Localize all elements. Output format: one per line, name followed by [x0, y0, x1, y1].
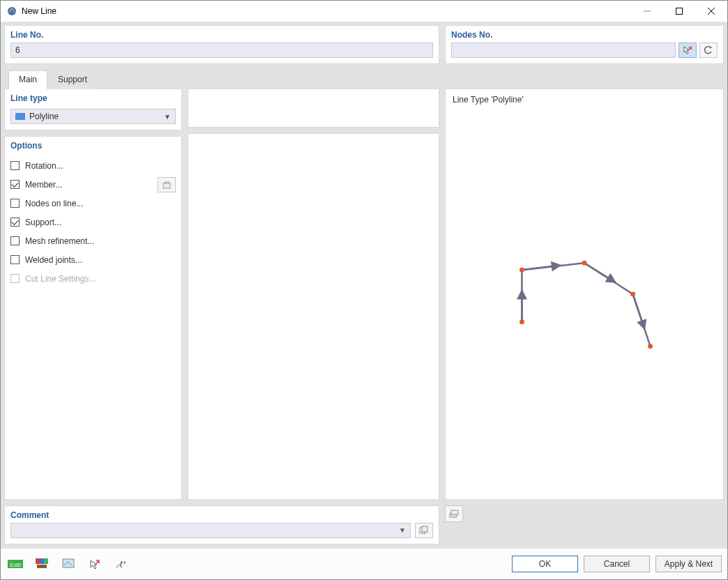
- window-title: New Line: [22, 6, 631, 16]
- option-rotation-[interactable]: Rotation...: [10, 156, 176, 175]
- svg-rect-27: [63, 559, 74, 567]
- comment-pick-button[interactable]: [415, 523, 433, 538]
- close-button[interactable]: [695, 1, 727, 22]
- option-support-[interactable]: Support...: [10, 213, 176, 231]
- checkbox[interactable]: [10, 180, 20, 189]
- checkbox: [10, 274, 20, 283]
- ok-button[interactable]: OK: [512, 556, 578, 572]
- option-nodes-on-line-[interactable]: Nodes on line...: [10, 194, 176, 213]
- svg-rect-18: [422, 526, 427, 532]
- member-edit-button[interactable]: [158, 177, 176, 192]
- svg-point-16: [648, 344, 653, 349]
- option-cut-line-settings-: Cut Line Settings...: [10, 269, 176, 288]
- svg-text:0,00: 0,00: [10, 562, 21, 568]
- nodes-no-label: Nodes No.: [451, 30, 718, 40]
- checkbox[interactable]: [10, 218, 20, 227]
- preview-settings-button[interactable]: [445, 505, 463, 522]
- maximize-button[interactable]: [663, 1, 695, 22]
- polyline-preview: [446, 89, 723, 499]
- svg-point-13: [520, 268, 524, 273]
- svg-point-12: [520, 319, 524, 324]
- comment-select[interactable]: ▼: [10, 523, 411, 538]
- option-mesh-refinement-[interactable]: Mesh refinement...: [10, 231, 176, 250]
- options-label: Options: [5, 137, 181, 152]
- option-member-[interactable]: Member...: [10, 175, 176, 194]
- line-type-color-swatch: [15, 113, 25, 120]
- checkbox[interactable]: [10, 161, 20, 170]
- checkbox[interactable]: [10, 199, 20, 208]
- line-no-label: Line No.: [10, 30, 433, 40]
- apply-next-button[interactable]: Apply & Next: [655, 556, 722, 572]
- chevron-down-icon: ▼: [399, 526, 406, 534]
- units-icon[interactable]: 0,00: [6, 556, 24, 572]
- tab-support[interactable]: Support: [47, 70, 98, 89]
- function-icon[interactable]: fx: [112, 556, 130, 572]
- svg-line-9: [522, 266, 556, 270]
- color-icon[interactable]: [33, 556, 51, 572]
- nodes-no-input[interactable]: [451, 43, 676, 58]
- svg-rect-24: [40, 558, 44, 564]
- option-label: Member...: [25, 180, 62, 190]
- svg-rect-2: [676, 8, 683, 15]
- line-type-value: Polyline: [29, 112, 59, 121]
- svg-rect-7: [163, 183, 170, 188]
- svg-rect-25: [44, 558, 48, 564]
- svg-point-14: [582, 261, 587, 266]
- svg-line-10: [584, 263, 612, 280]
- minimize-button[interactable]: [631, 1, 663, 22]
- tab-main[interactable]: Main: [8, 70, 47, 89]
- line-type-label: Line type: [5, 89, 181, 105]
- app-icon: [6, 6, 17, 17]
- pick-nodes-button[interactable]: [678, 43, 697, 58]
- comment-label: Comment: [10, 510, 433, 520]
- view-icon[interactable]: [59, 556, 77, 572]
- svg-rect-23: [36, 558, 40, 564]
- svg-text:x: x: [123, 560, 126, 565]
- option-label: Welded joints...: [25, 255, 82, 265]
- option-label: Rotation...: [25, 161, 63, 171]
- svg-line-11: [633, 294, 644, 326]
- svg-point-15: [630, 292, 635, 297]
- line-type-select[interactable]: Polyline ▼: [10, 109, 176, 124]
- checkbox[interactable]: [10, 236, 20, 245]
- delete-pick-icon[interactable]: [86, 556, 104, 572]
- chevron-down-icon: ▼: [164, 113, 171, 121]
- svg-rect-26: [37, 565, 47, 568]
- option-label: Nodes on line...: [25, 199, 83, 208]
- option-label: Cut Line Settings...: [25, 274, 96, 284]
- reverse-button[interactable]: [699, 43, 718, 58]
- option-label: Support...: [25, 218, 61, 227]
- checkbox[interactable]: [10, 255, 20, 264]
- line-no-input[interactable]: [10, 43, 433, 58]
- cancel-button[interactable]: Cancel: [584, 556, 650, 572]
- option-welded-joints-[interactable]: Welded joints...: [10, 250, 176, 269]
- svg-rect-20: [451, 510, 458, 514]
- option-label: Mesh refinement...: [25, 236, 94, 246]
